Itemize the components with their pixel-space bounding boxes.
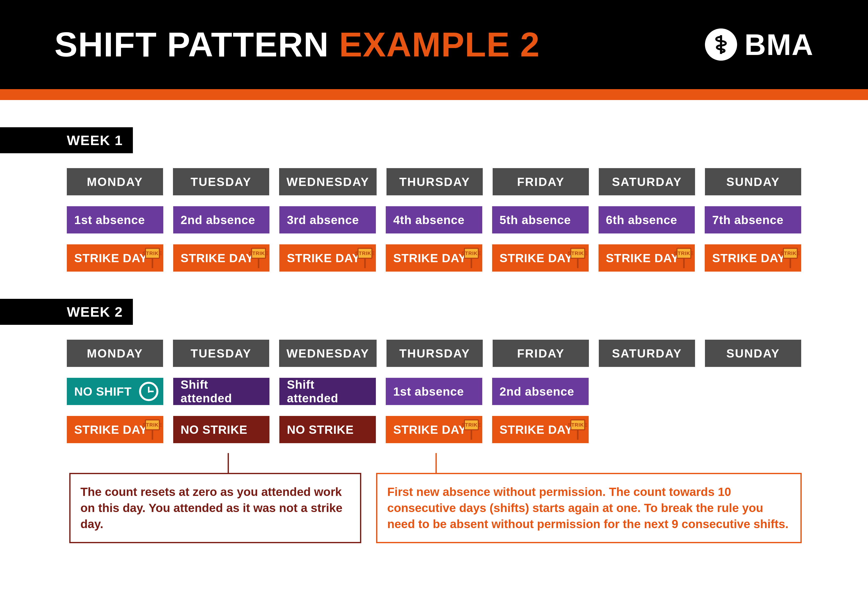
day-head: SATURDAY	[599, 168, 695, 195]
strike-day-cell: STRIKE DAYSTRIKE	[67, 244, 163, 272]
header-accent-bar	[0, 89, 868, 100]
strike-day-cell: STRIKE DAYSTRIKE	[386, 244, 482, 272]
strike-day-label: STRIKE DAY	[287, 251, 360, 265]
bma-logo: BMA	[705, 28, 814, 62]
week-1-absence-row: 1st absence 2nd absence 3rd absence 4th …	[0, 206, 868, 233]
week-2-label: WEEK 2	[0, 299, 133, 325]
strike-day-label: STRIKE DAY	[393, 423, 467, 437]
strike-sign-icon: STRIKE	[145, 248, 160, 268]
absence-cell: 4th absence	[386, 206, 482, 233]
day-head: SUNDAY	[705, 168, 801, 195]
day-head: TUESDAY	[173, 340, 269, 367]
callout-new-absence-note: First new absence without permission. Th…	[376, 473, 802, 543]
strike-sign-icon: STRIKE	[464, 420, 479, 440]
strike-day-cell: STRIKE DAYSTRIKE	[279, 244, 376, 272]
clock-icon	[139, 382, 158, 401]
absence-cell: 2nd absence	[173, 206, 270, 233]
strike-sign-icon: STRIKE	[570, 420, 585, 440]
absence-cell: 2nd absence	[492, 378, 589, 405]
strike-day-label: STRIKE DAY	[712, 251, 785, 265]
strike-day-label: STRIKE DAY	[74, 423, 147, 437]
page-title: SHIFT PATTERN EXAMPLE 2	[0, 25, 540, 65]
strike-sign-icon: STRIKE	[570, 248, 585, 268]
header-bar: SHIFT PATTERN EXAMPLE 2 BMA	[0, 0, 868, 89]
day-head: THURSDAY	[386, 340, 483, 367]
strike-sign-icon: STRIKE	[464, 248, 479, 268]
day-head: FRIDAY	[493, 168, 589, 195]
title-part-1: SHIFT PATTERN	[54, 25, 339, 64]
strike-sign-icon: STRIKE	[251, 248, 266, 268]
day-head: TUESDAY	[173, 168, 269, 195]
week-1-strike-row: STRIKE DAYSTRIKE STRIKE DAYSTRIKE STRIKE…	[0, 244, 868, 272]
bma-logo-icon	[705, 28, 737, 61]
shift-attended-cell: Shift attended	[279, 378, 376, 405]
strike-day-label: STRIKE DAY	[499, 423, 573, 437]
bma-logo-text: BMA	[744, 28, 814, 62]
week-2-day-headers: MONDAY TUESDAY WEDNESDAY THURSDAY FRIDAY…	[0, 340, 868, 367]
strike-day-label: STRIKE DAY	[74, 251, 147, 265]
staff-of-asclepius-icon	[710, 34, 732, 55]
day-head: WEDNESDAY	[279, 340, 377, 367]
day-head: SUNDAY	[705, 340, 801, 367]
no-shift-cell: NO SHIFT	[67, 378, 163, 405]
strike-sign-icon: STRIKE	[783, 248, 798, 268]
callout-connector-right	[436, 453, 437, 473]
absence-cell: 7th absence	[705, 206, 801, 233]
strike-sign-icon: STRIKE	[358, 248, 372, 268]
strike-day-cell: STRIKE DAYSTRIKE	[598, 244, 695, 272]
absence-cell: 1st absence	[67, 206, 163, 233]
empty-cell	[598, 378, 695, 405]
empty-cell	[598, 416, 695, 443]
week-2-strike-row: STRIKE DAYSTRIKE NO STRIKE NO STRIKE STR…	[0, 416, 868, 443]
strike-day-label: STRIKE DAY	[393, 251, 467, 265]
strike-day-label: STRIKE DAY	[181, 251, 254, 265]
strike-day-cell: STRIKE DAYSTRIKE	[492, 244, 589, 272]
strike-day-cell: STRIKE DAYSTRIKE	[705, 244, 801, 272]
week-2-status-row: NO SHIFT Shift attended Shift attended 1…	[0, 378, 868, 405]
week-1-day-headers: MONDAY TUESDAY WEDNESDAY THURSDAY FRIDAY…	[0, 168, 868, 195]
strike-day-cell: STRIKE DAYSTRIKE	[173, 244, 270, 272]
empty-cell	[705, 416, 801, 443]
no-shift-label: NO SHIFT	[74, 385, 132, 398]
empty-cell	[705, 378, 801, 405]
absence-cell: 5th absence	[492, 206, 589, 233]
strike-day-cell: STRIKE DAYSTRIKE	[492, 416, 589, 443]
absence-cell: 6th absence	[598, 206, 695, 233]
day-head: MONDAY	[67, 340, 163, 367]
day-head: THURSDAY	[386, 168, 483, 195]
no-strike-cell: NO STRIKE	[173, 416, 270, 443]
day-head: SATURDAY	[599, 340, 695, 367]
day-head: WEDNESDAY	[279, 168, 377, 195]
strike-day-cell: STRIKE DAYSTRIKE	[67, 416, 163, 443]
strike-sign-icon: STRIKE	[145, 420, 160, 440]
strike-day-label: STRIKE DAY	[499, 251, 573, 265]
no-strike-cell: NO STRIKE	[279, 416, 376, 443]
callout-connector-left	[228, 453, 229, 473]
callout-reset-note: The count resets at zero as you attended…	[69, 473, 361, 543]
title-part-2: EXAMPLE 2	[339, 25, 540, 64]
strike-sign-icon: STRIKE	[676, 248, 691, 268]
strike-day-cell: STRIKE DAYSTRIKE	[386, 416, 482, 443]
absence-cell: 3rd absence	[279, 206, 376, 233]
day-head: FRIDAY	[493, 340, 589, 367]
shift-attended-cell: Shift attended	[173, 378, 270, 405]
day-head: MONDAY	[67, 168, 163, 195]
callouts-region: The count resets at zero as you attended…	[0, 453, 868, 567]
week-1-label: WEEK 1	[0, 127, 133, 153]
absence-cell: 1st absence	[386, 378, 482, 405]
strike-day-label: STRIKE DAY	[606, 251, 679, 265]
